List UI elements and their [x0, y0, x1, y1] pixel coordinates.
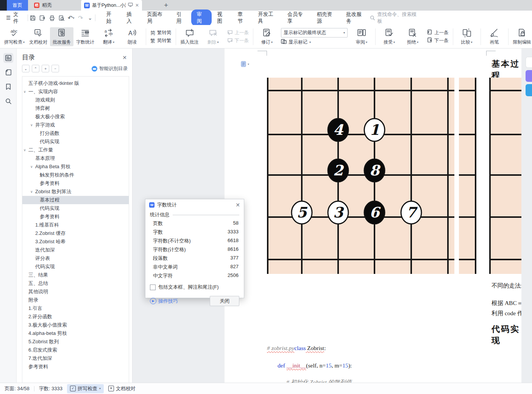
new-tab-button[interactable]: +	[164, 0, 168, 11]
tab-home[interactable]: 首页	[7, 0, 28, 11]
toc-item[interactable]: 3.极大极小值搜索	[22, 321, 129, 329]
toc-item[interactable]: 1.维基百科	[22, 221, 129, 229]
toc-item[interactable]: 3.Zobrist 哈希	[22, 238, 129, 246]
toc-item[interactable]: 评分表	[22, 254, 129, 263]
menu-tab-4[interactable]: 引用	[171, 9, 191, 26]
show-markup-button[interactable]: 显示标记▾	[281, 39, 348, 45]
toc-item[interactable]: 游戏规则	[22, 96, 129, 104]
more-commands-button[interactable]: ⌄	[85, 13, 95, 22]
spell-check-toggle[interactable]: ✓ 拼写检查 ▾	[67, 384, 104, 393]
float-ai-button[interactable]	[526, 70, 532, 82]
doc-proof-status[interactable]: ✕ 文档校对	[108, 385, 136, 392]
toc-item[interactable]: 迭代加深	[22, 246, 129, 254]
word-count-button[interactable]: 字数统计	[73, 27, 97, 46]
redo-button[interactable]: ↷	[76, 13, 85, 22]
bookmark-panel-icon[interactable]	[3, 82, 13, 92]
menu-tab-3[interactable]: 页面布局	[141, 9, 171, 26]
translate-button[interactable]: a中 翻译▾	[97, 27, 120, 46]
toc-item[interactable]: 6.启发式搜索	[22, 346, 129, 354]
simplified-to-traditional-button[interactable]: 繁简转繁	[150, 38, 172, 44]
float-helper-button[interactable]	[526, 84, 532, 96]
toc-item[interactable]: ∨二、工作量	[22, 146, 129, 154]
toc-item[interactable]: 其他说明	[22, 288, 129, 296]
chevron-down-icon[interactable]: ∨	[30, 121, 33, 129]
menu-tab-6[interactable]: 视图	[212, 9, 232, 26]
toc-item[interactable]: 5.Zobrist 散列	[22, 338, 129, 346]
chevron-down-icon[interactable]: ∨	[30, 188, 33, 196]
track-changes-button[interactable]: 修订▾	[255, 27, 279, 46]
toc-item[interactable]: 基本原理	[22, 154, 129, 163]
reject-change-button[interactable]: 拒绝▾	[401, 27, 424, 46]
include-footnotes-checkbox[interactable]: 包括文本框、脚注和尾注(F)	[145, 280, 244, 292]
chevron-down-icon[interactable]: ∨	[30, 163, 33, 171]
toc-item[interactable]: 五、总结	[22, 279, 129, 288]
traditional-to-simplified-button[interactable]: 简繁转简	[150, 30, 172, 36]
chevron-down-icon[interactable]: ∨	[23, 88, 26, 96]
toc-item[interactable]: 代码实现	[22, 138, 129, 146]
menu-tab-7[interactable]: 章节	[232, 9, 252, 26]
menu-tab-2[interactable]: 插入	[121, 9, 141, 26]
toc-item[interactable]: 1.引言	[22, 304, 129, 313]
print-preview-button[interactable]	[57, 13, 66, 22]
float-tool-button[interactable]	[526, 57, 532, 68]
toc-item[interactable]: 参考资料	[22, 179, 129, 188]
next-comment-button[interactable]: 下一条	[227, 38, 249, 44]
file-menu-button[interactable]: ☰ 文件	[0, 11, 28, 25]
toc-item[interactable]: 附录	[22, 296, 129, 304]
markup-state-dropdown[interactable]: 显示标记的最终状态▾	[281, 28, 348, 38]
grading-service-button[interactable]: 批改服务	[50, 27, 73, 46]
toc-zoom-in-button[interactable]: ＋	[42, 65, 49, 72]
word-count-indicator[interactable]: 字数: 3333	[39, 385, 62, 392]
toc-item[interactable]: 基本过程	[22, 196, 129, 204]
toc-item[interactable]: ∨Zobrist 散列算法	[22, 188, 129, 196]
close-tab-icon[interactable]: ✕	[135, 3, 139, 8]
compare-button[interactable]: 比较▾	[455, 27, 479, 46]
delete-comment-button[interactable]: 删除▾	[201, 27, 225, 46]
dialog-close-icon[interactable]: ✕	[236, 202, 240, 208]
menu-tab-5[interactable]: 审阅	[191, 9, 212, 26]
toc-item[interactable]: 五子棋小游戏-tkinter 版	[22, 79, 129, 88]
smart-toc-button[interactable]: 智能识别目录	[92, 66, 128, 72]
tab-store[interactable]: 稻 稻壳	[28, 0, 76, 11]
document-page[interactable]: 基本过程 41285367 不同的走法最终达到的局势相同, 则可以重复利用缓存中…	[225, 48, 521, 383]
toc-item[interactable]: 极大极小搜索	[22, 113, 129, 121]
toc-item[interactable]: 代码实现	[22, 263, 129, 271]
output-button[interactable]	[37, 13, 47, 22]
menu-tab-1[interactable]: 开始	[100, 9, 121, 26]
save-button[interactable]	[28, 13, 37, 22]
tips-link[interactable]: ▶ 操作技巧	[150, 298, 178, 305]
tab-document[interactable]: W 基于Python...小游戏 课程论文 ✕	[81, 0, 142, 11]
toc-expand-all-button[interactable]: ⌄	[22, 65, 30, 72]
prev-comment-button[interactable]: 上一条	[227, 30, 249, 36]
menu-tab-11[interactable]: 批改服务	[340, 9, 370, 26]
dialog-close-button[interactable]: 关闭	[210, 296, 239, 306]
prev-change-button[interactable]: 上一条	[427, 30, 449, 36]
toc-close-icon[interactable]: ✕	[122, 55, 127, 61]
accept-change-button[interactable]: 接受▾	[378, 27, 401, 46]
next-change-button[interactable]: 下一条	[427, 38, 449, 44]
todo-panel-icon[interactable]	[3, 67, 13, 77]
toc-item[interactable]: 参考资料	[22, 213, 129, 221]
toc-item[interactable]: 触发剪枝的条件	[22, 171, 129, 179]
toc-item[interactable]: ∨井字游戏	[22, 121, 129, 129]
toc-item[interactable]: ∨Alpha Beta 剪枝	[22, 163, 129, 171]
spell-check-button[interactable]: abc 拼写检查▾	[2, 27, 27, 46]
toc-item[interactable]: 博弈树	[22, 104, 129, 113]
toc-item[interactable]: 打分函数	[22, 129, 129, 138]
read-aloud-button[interactable]: A 朗读	[120, 27, 144, 46]
toc-zoom-out-button[interactable]: －	[51, 65, 59, 72]
restrict-editing-button[interactable]: 限制编辑	[510, 27, 532, 46]
print-button[interactable]	[47, 13, 56, 22]
menu-tab-8[interactable]: 开发工具	[252, 9, 282, 26]
doc-proof-button[interactable]: a- 文档校对	[27, 27, 50, 46]
share-screen-icon[interactable]	[128, 3, 133, 8]
insert-comment-button[interactable]: 插入批注	[178, 27, 201, 46]
review-pane-button[interactable]: 审阅▾	[350, 27, 373, 46]
paragraph-handle-icon[interactable]: ▾	[241, 61, 249, 67]
command-search[interactable]: 查找命令、搜索模板	[370, 11, 418, 25]
toc-item[interactable]: 2.评分函数	[22, 313, 129, 321]
menu-tab-10[interactable]: 稻壳资源	[311, 9, 341, 26]
toc-item[interactable]: 参考资料	[22, 363, 129, 371]
undo-button[interactable]: ↶▾	[66, 13, 76, 22]
menu-tab-9[interactable]: 会员专享	[282, 9, 311, 26]
